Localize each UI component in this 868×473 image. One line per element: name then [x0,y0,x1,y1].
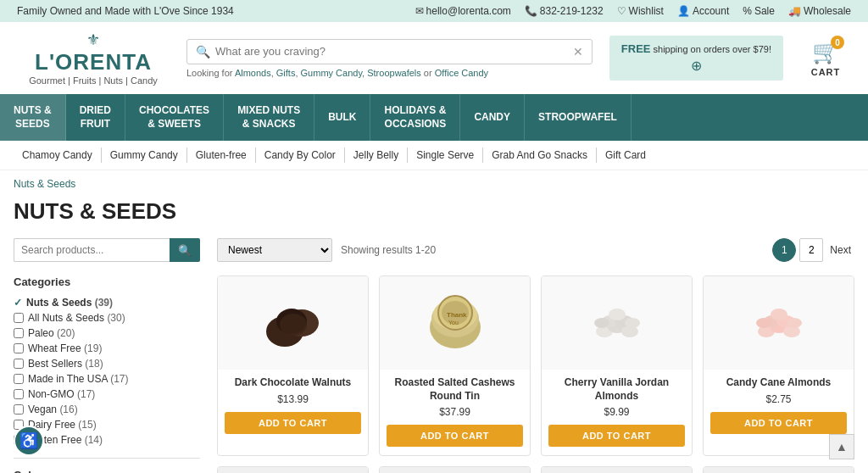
wholesale-link[interactable]: 🚚 Wholesale [788,5,851,17]
nav-candy[interactable]: CANDY [460,94,525,141]
suggestion-gifts[interactable]: Gifts [276,68,296,78]
search-icon: 🔍 [196,45,210,58]
add-to-cart-button[interactable]: ADD TO CART [225,412,361,434]
sub-nav-gluten-free[interactable]: Gluten-free [187,147,256,163]
product-name: Dark Chocolate Walnuts [225,376,361,390]
add-to-cart-button[interactable]: ADD TO CART [387,425,523,447]
sub-nav-jelly-belly[interactable]: Jelly Belly [345,147,408,163]
sub-nav-candy-color[interactable]: Candy By Color [256,147,345,163]
phone-icon: 📞 [525,5,537,17]
product-card-7 [541,466,693,473]
svg-point-16 [609,309,626,320]
category-non-gmo[interactable]: Non-GMO (17) [14,387,200,402]
product-thumbnail [583,289,651,357]
svg-point-25 [756,318,771,328]
sort-select[interactable]: Newest Price: Low to High Price: High to… [217,238,332,262]
sidebar-search-button[interactable]: 🔍 [170,238,200,262]
sub-nav-grab-go[interactable]: Grab And Go Snacks [483,147,597,163]
accessibility-button[interactable]: ♿ [14,426,44,456]
nav-holidays[interactable]: HOLIDAYS &OCCASIONS [370,94,460,141]
product-image [542,276,692,370]
category-paleo[interactable]: Paleo (20) [14,326,200,341]
email-link[interactable]: ✉ hello@lorenta.com [415,5,511,17]
category-checkbox[interactable] [14,374,24,384]
search-input[interactable] [215,45,568,58]
sub-nav-single-serve[interactable]: Single Serve [408,147,483,163]
nav-nuts-seeds[interactable]: NUTS &SEEDS [0,94,66,141]
svg-point-26 [787,318,802,328]
sale-icon: % [743,5,752,17]
add-to-cart-button[interactable]: ADD TO CART [710,412,847,434]
suggestion-stroopwafels[interactable]: Stroopwafels [367,68,421,78]
wholesale-icon: 🚚 [788,5,801,17]
category-best-sellers[interactable]: Best Sellers (18) [14,356,200,371]
nav-chocolates-sweets[interactable]: CHOCOLATES& SWEETS [125,94,224,141]
sub-nav-gummy[interactable]: Gummy Candy [102,147,187,163]
category-all-nuts[interactable]: All Nuts & Seeds (30) [14,310,200,326]
svg-point-3 [280,314,307,336]
sidebar-search-input[interactable] [14,238,170,262]
sidebar-divider [14,458,200,459]
account-link[interactable]: 👤 Account [677,5,729,17]
category-label: Wheat Free (19) [28,342,102,354]
category-vegan[interactable]: Vegan (16) [14,402,200,417]
category-wheat-free[interactable]: Wheat Free (19) [14,341,200,356]
close-icon[interactable]: ✕ [573,45,583,58]
wishlist-link[interactable]: ♡ Wishlist [617,5,664,17]
nav-mixed-nuts[interactable]: MIXED NUTS& SNACKS [224,94,314,141]
category-checkbox[interactable] [14,343,24,353]
product-thumbnail: Thank You [421,289,489,357]
phone-link[interactable]: 📞 832-219-1232 [525,5,604,17]
sub-nav-gift-card[interactable]: Gift Card [597,147,654,163]
product-image: Thank You [380,276,530,370]
breadcrumb-link[interactable]: Nuts & Seeds [14,178,75,190]
sidebar-search: 🔍 [14,238,200,262]
suggestion-gummy-candy[interactable]: Gummy Candy [301,68,363,78]
suggestion-office-candy[interactable]: Office Candy [435,68,488,78]
category-checkbox[interactable] [14,359,24,369]
pagination: 1 2 Next [772,238,854,262]
product-card-8 [703,466,854,473]
category-checkbox[interactable] [14,328,24,338]
category-label: All Nuts & Seeds (30) [28,312,125,324]
product-info: Dark Chocolate Walnuts $13.99 ADD TO CAR… [218,370,368,442]
cart-area[interactable]: 🛒 0 CART [800,39,851,77]
category-nuts-seeds[interactable]: ✓ Nuts & Seeds (39) [14,295,200,310]
product-image [218,276,368,370]
nav-bulk[interactable]: BULK [314,94,370,141]
add-to-cart-button[interactable]: ADD TO CART [548,425,685,447]
logo-subtitle: Gourmet | Fruits | Nuts | Candy [29,75,158,86]
category-dairy-free[interactable]: Dairy Free (15) [14,417,200,432]
sale-link[interactable]: % Sale [743,5,775,17]
shipping-text: shipping on orders over $79! [654,44,771,54]
product-name: Roasted Salted Cashews Round Tin [387,376,523,403]
product-name: Cherry Vanilla Jordan Almonds [548,376,685,403]
nav-stroopwafel[interactable]: STROOPWAFEL [525,94,632,141]
category-checkbox[interactable] [14,389,24,399]
shipping-free: FREE [621,42,651,55]
page-2-button[interactable]: 2 [799,238,823,262]
shipping-box: FREE shipping on orders over $79! ⊕ [609,36,783,81]
logo-name[interactable]: L'ORENTA [35,49,152,75]
product-grid: Dark Chocolate Walnuts $13.99 ADD TO CAR… [217,275,854,473]
category-made-usa[interactable]: Made in The USA (17) [14,371,200,387]
sub-nav: Chamoy Candy Gummy Candy Gluten-free Can… [0,141,868,170]
cart-badge: 0 [831,36,844,49]
nav-dried-fruit[interactable]: DRIEDFRUIT [66,94,125,141]
page-1-button[interactable]: 1 [772,238,796,262]
top-bar-right: ✉ hello@lorenta.com 📞 832-219-1232 ♡ Wis… [415,5,851,17]
sub-nav-chamoy[interactable]: Chamoy Candy [14,147,102,163]
results-count: Showing results 1-20 [341,244,436,256]
product-card-5 [217,466,369,473]
page-next-button[interactable]: Next [826,244,854,256]
suggestion-almonds[interactable]: Almonds [235,68,271,78]
account-icon: 👤 [677,5,690,17]
svg-point-17 [594,318,609,328]
logo-icon: ⚜ [86,31,100,49]
category-label: Vegan (16) [28,403,78,415]
shipping-plus-icon: ⊕ [621,58,771,74]
category-checkbox[interactable] [14,313,24,323]
scroll-to-top-button[interactable]: ▲ [829,434,854,459]
breadcrumb: Nuts & Seeds [14,178,75,190]
category-checkbox[interactable] [14,404,24,415]
